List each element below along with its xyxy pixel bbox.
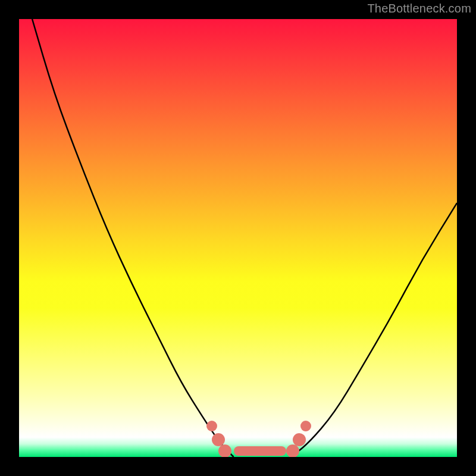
- chart-frame: TheBottleneck.com: [0, 0, 476, 476]
- marker-right-1: [293, 433, 306, 446]
- watermark-text: TheBottleneck.com: [367, 2, 471, 15]
- marker-flat-bar: [234, 446, 286, 456]
- marker-left-0: [206, 421, 217, 431]
- plot-area: [19, 19, 457, 457]
- marker-left-1: [212, 433, 225, 446]
- marker-right-2: [300, 421, 311, 431]
- marker-left-2: [218, 444, 231, 457]
- bottleneck-curve: [19, 19, 457, 457]
- marker-right-0: [286, 444, 299, 457]
